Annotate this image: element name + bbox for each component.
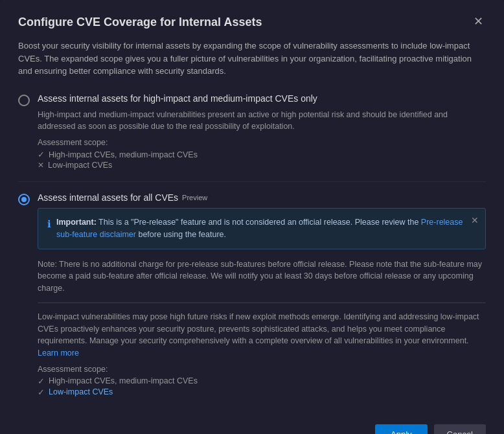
- option2-title: Assess internal assets for all CVEs Prev…: [38, 192, 486, 203]
- option2-description: Low-impact vulnerabilities may pose high…: [38, 311, 486, 360]
- check-icon-2: ✓: [38, 376, 45, 386]
- option2-content: Assess internal assets for all CVEs Prev…: [38, 192, 486, 398]
- info-box: ℹ Important: This is a "Pre-release" fea…: [38, 208, 486, 249]
- option1-scope-title: Assessment scope:: [38, 138, 486, 147]
- option2-radio-inner: [21, 197, 27, 202]
- option1-title: Assess internal assets for high-impact a…: [38, 93, 486, 104]
- option1-content: Assess internal assets for high-impact a…: [38, 93, 486, 172]
- scope-label-1: High-impact CVEs, medium-impact CVEs: [49, 150, 198, 159]
- scope-label-3: High-impact CVEs, medium-impact CVEs: [49, 376, 198, 385]
- info-icon: ℹ: [47, 217, 51, 232]
- scope-label-2: Low-impact CVEs: [48, 161, 112, 170]
- info-close-button[interactable]: ✕: [471, 215, 479, 225]
- scope-label-4: Low-impact CVEs: [49, 387, 113, 396]
- option1-scope-item-1: ✓ High-impact CVEs, medium-impact CVEs: [38, 150, 486, 159]
- option1-container: Assess internal assets for high-impact a…: [18, 93, 486, 183]
- dialog-footer: Apply Cancel: [18, 411, 486, 434]
- option2-scope-item-1: ✓ High-impact CVEs, medium-impact CVEs: [38, 376, 486, 386]
- option1-subtitle: High-impact and medium-impact vulnerabil…: [38, 109, 486, 133]
- info-text: Important: This is a "Pre-release" featu…: [56, 216, 476, 241]
- learn-more-link[interactable]: Learn more: [38, 348, 79, 358]
- x-icon-1: ✕: [38, 161, 44, 170]
- configure-cve-dialog: Configure CVE Coverage for Internal Asse…: [0, 0, 504, 434]
- divider: [38, 303, 486, 303]
- cancel-button[interactable]: Cancel: [434, 424, 486, 434]
- info-bold: Important:: [56, 218, 97, 227]
- dialog-description: Boost your security visibility for inter…: [18, 40, 486, 78]
- option2-desc-text: Low-impact vulnerabilities may pose high…: [38, 312, 479, 346]
- check-icon-1: ✓: [38, 150, 45, 159]
- dialog-header: Configure CVE Coverage for Internal Asse…: [18, 16, 486, 29]
- option2-scope-item-2: ✓ Low-impact CVEs: [38, 387, 486, 397]
- info-text-after: before using the feature.: [138, 230, 226, 239]
- check-icon-3: ✓: [38, 387, 45, 397]
- option1-radio-outer[interactable]: [18, 95, 30, 106]
- note-text: Note: There is no additional charge for …: [38, 258, 486, 295]
- option1-radio[interactable]: [18, 95, 30, 106]
- option2-scope-title: Assessment scope:: [38, 365, 486, 374]
- option2-radio[interactable]: [18, 194, 30, 205]
- option1-scope-item-2: ✕ Low-impact CVEs: [38, 161, 486, 170]
- option2-radio-outer[interactable]: [18, 194, 30, 205]
- close-button[interactable]: ✕: [471, 16, 486, 27]
- dialog-title: Configure CVE Coverage for Internal Asse…: [18, 16, 262, 29]
- info-text-content: This is a "Pre-release" feature and is n…: [98, 218, 421, 227]
- option2-title-text: Assess internal assets for all CVEs: [38, 192, 178, 203]
- option2-container: Assess internal assets for all CVEs Prev…: [18, 192, 486, 398]
- preview-badge: Preview: [182, 194, 207, 201]
- apply-button[interactable]: Apply: [375, 424, 428, 434]
